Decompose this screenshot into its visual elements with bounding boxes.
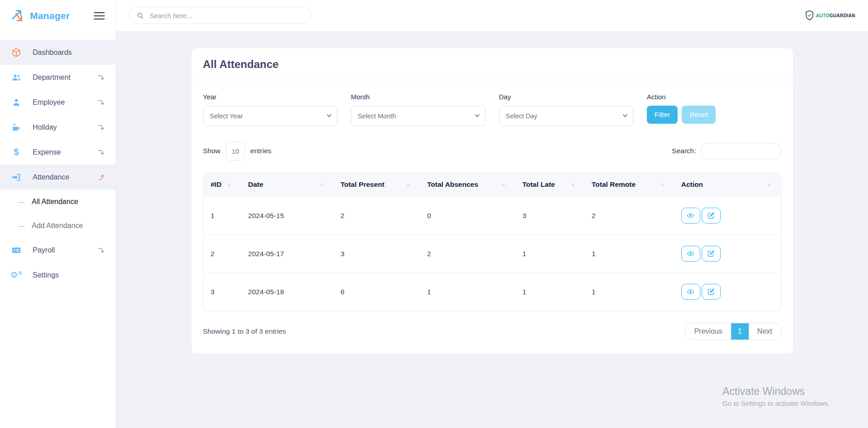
edit-button[interactable] bbox=[702, 208, 721, 224]
view-button[interactable] bbox=[681, 284, 700, 300]
entries-count-input[interactable] bbox=[226, 141, 245, 160]
column-header-total-present[interactable]: Total Present↑↓ bbox=[333, 173, 420, 197]
edit-icon bbox=[707, 288, 715, 296]
sidebar-item-attendance[interactable]: Attendance bbox=[0, 165, 116, 190]
column-header-date[interactable]: Date↑↓ bbox=[241, 173, 333, 197]
sidebar-item-label: Dashboards bbox=[33, 49, 72, 57]
sidebar-item-label: Payroll bbox=[33, 246, 55, 254]
expand-arrow-icon bbox=[97, 74, 105, 81]
year-label: Year bbox=[203, 93, 338, 101]
entries-label: entries bbox=[250, 147, 272, 155]
sidebar-item-payroll[interactable]: $ Payroll bbox=[0, 238, 116, 263]
global-search-input[interactable] bbox=[150, 12, 303, 19]
topbar: AUTOGUARDIAN bbox=[116, 0, 868, 31]
page-title: All Attendance bbox=[203, 58, 781, 71]
entries-summary: Showing 1 to 3 of 3 entries bbox=[203, 327, 286, 336]
cell-date: 2024-05-15 bbox=[241, 197, 333, 235]
previous-page-button[interactable]: Previous bbox=[685, 323, 731, 340]
cell-date: 2024-05-17 bbox=[241, 235, 333, 273]
main-content: All Attendance Year Select Year Month Se… bbox=[116, 31, 868, 428]
gears-icon: ⚙⚙ bbox=[11, 270, 22, 281]
day-label: Day bbox=[499, 93, 634, 101]
eye-icon bbox=[687, 212, 694, 219]
shield-icon bbox=[805, 10, 814, 21]
brand-row: Manager bbox=[0, 0, 116, 32]
month-label: Month bbox=[351, 93, 485, 101]
all-attendance-card: All Attendance Year Select Year Month Se… bbox=[191, 48, 794, 354]
sidebar-nav: Dashboards Department Empl bbox=[0, 32, 116, 287]
sort-icon: ↑↓ bbox=[661, 182, 667, 187]
cell-action bbox=[674, 235, 781, 273]
cell-action bbox=[674, 273, 781, 311]
menu-toggle-icon[interactable] bbox=[94, 10, 106, 22]
sidebar-item-dashboards[interactable]: Dashboards bbox=[0, 40, 116, 65]
cell-total-remote: 1 bbox=[584, 235, 674, 273]
next-page-button[interactable]: Next bbox=[749, 323, 781, 340]
reset-button[interactable]: Reset bbox=[682, 106, 716, 124]
sidebar-item-label: Department bbox=[33, 73, 71, 82]
cell-id: 2 bbox=[204, 235, 241, 273]
subitem-label: All Attendance bbox=[32, 198, 78, 206]
column-header-total-late[interactable]: Total Late↑↓ bbox=[515, 173, 584, 197]
svg-text:$: $ bbox=[14, 249, 15, 251]
cell-total-late: 1 bbox=[515, 235, 584, 273]
column-header-total-remote[interactable]: Total Remote↑↓ bbox=[584, 173, 674, 197]
show-entries-group: Show entries bbox=[203, 141, 272, 160]
sidebar-item-holiday[interactable]: Holiday bbox=[0, 115, 116, 140]
filter-button[interactable]: Filter bbox=[647, 106, 678, 124]
table-search-group: Search: bbox=[672, 143, 781, 159]
table-search-label: Search: bbox=[672, 147, 696, 155]
sort-icon: ↑↓ bbox=[768, 182, 774, 187]
page-number-button[interactable]: 1 bbox=[731, 323, 749, 340]
view-button[interactable] bbox=[681, 246, 700, 262]
expand-arrow-icon bbox=[97, 149, 105, 156]
cell-total-present: 2 bbox=[333, 197, 420, 235]
sidebar-subitem-add-attendance[interactable]: Add Attendance bbox=[0, 214, 116, 238]
column-header-id[interactable]: #ID↑↓ bbox=[204, 173, 241, 197]
table-search-input[interactable] bbox=[701, 143, 781, 159]
logo-text: AUTOGUARDIAN bbox=[816, 13, 855, 18]
edit-button[interactable] bbox=[702, 284, 721, 300]
edit-button[interactable] bbox=[702, 246, 721, 262]
filter-year: Year Select Year bbox=[203, 93, 338, 126]
filter-month: Month Select Month bbox=[351, 93, 485, 126]
sort-icon: ↑↓ bbox=[571, 182, 577, 187]
cell-id: 3 bbox=[204, 273, 241, 311]
month-select[interactable]: Select Month bbox=[351, 106, 485, 126]
users-icon bbox=[11, 72, 22, 83]
sidebar-item-label: Expense bbox=[33, 148, 61, 156]
analytics-arrows-icon bbox=[10, 8, 25, 24]
year-select[interactable]: Select Year bbox=[203, 106, 338, 126]
edit-icon bbox=[707, 212, 715, 219]
column-header-total-absences[interactable]: Total Absences↑↓ bbox=[420, 173, 515, 197]
user-icon bbox=[11, 97, 22, 108]
cell-total-absences: 0 bbox=[420, 197, 515, 235]
view-button[interactable] bbox=[681, 208, 700, 224]
coffee-icon bbox=[11, 122, 22, 133]
column-header-action[interactable]: Action↑↓ bbox=[674, 173, 781, 197]
global-search[interactable] bbox=[129, 7, 311, 24]
cell-date: 2024-05-18 bbox=[241, 273, 333, 311]
filter-day: Day Select Day bbox=[499, 93, 634, 126]
expand-arrow-icon bbox=[97, 99, 105, 106]
brand-name: Manager bbox=[30, 10, 70, 21]
day-select[interactable]: Select Day bbox=[499, 106, 634, 126]
cube-icon bbox=[11, 47, 22, 58]
table-header-row: #ID↑↓ Date↑↓ Total Present↑↓ Total Absen… bbox=[204, 173, 781, 197]
sidebar-item-department[interactable]: Department bbox=[0, 65, 116, 90]
sign-in-icon bbox=[11, 172, 22, 183]
attendance-table: #ID↑↓ Date↑↓ Total Present↑↓ Total Absen… bbox=[203, 172, 781, 311]
sidebar-item-employee[interactable]: Employee bbox=[0, 90, 116, 115]
sidebar-item-expense[interactable]: $ Expense bbox=[0, 140, 116, 165]
subitem-label: Add Attendance bbox=[32, 222, 83, 230]
eye-icon bbox=[687, 288, 694, 296]
table-row: 1 2024-05-15 2 0 3 2 bbox=[204, 197, 781, 235]
sort-icon: ↑↓ bbox=[228, 182, 233, 187]
eye-icon bbox=[687, 250, 694, 258]
dollar-icon: $ bbox=[11, 147, 22, 158]
sidebar-subitem-all-attendance[interactable]: All Attendance bbox=[0, 190, 116, 214]
sidebar-item-label: Employee bbox=[33, 98, 65, 107]
sort-icon: ↑↓ bbox=[320, 182, 326, 187]
sidebar-item-settings[interactable]: ⚙⚙ Settings bbox=[0, 263, 116, 287]
cell-total-present: 6 bbox=[333, 273, 420, 311]
